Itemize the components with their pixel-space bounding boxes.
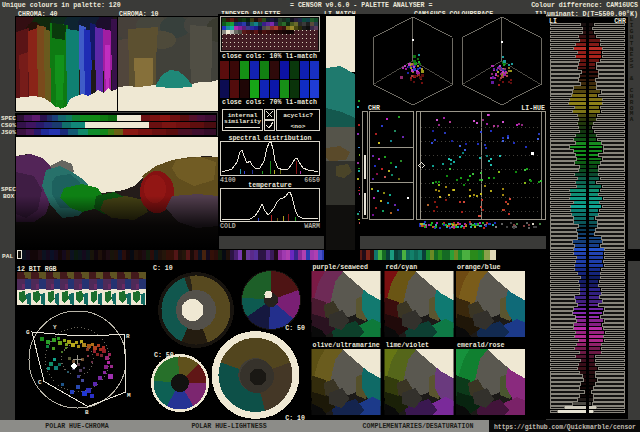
svg-text:C: C (38, 379, 42, 386)
svg-text:WARM: WARM (304, 223, 320, 230)
svg-text:JS0%: JS0% (1, 129, 16, 136)
svg-text:COMPLEMENTARIES/DESATURATION: COMPLEMENTARIES/DESATURATION (363, 423, 474, 430)
svg-text:acyclic?: acyclic? (283, 112, 313, 119)
svg-text:M: M (127, 392, 131, 399)
svg-text:LI-HUE: LI-HUE (521, 105, 545, 112)
svg-text:temperature: temperature (248, 182, 292, 189)
svg-text:B: B (85, 409, 89, 416)
svg-text:close cols: 10% li-match: close cols: 10% li-match (222, 53, 317, 60)
svg-text:CHR: CHR (368, 105, 380, 112)
svg-text:emerald/rose: emerald/rose (457, 342, 505, 349)
svg-text:6650: 6650 (304, 177, 320, 184)
svg-text:olive/ultramarine: olive/ultramarine (313, 342, 380, 349)
svg-text:red/cyan: red/cyan (386, 264, 418, 271)
svg-text:C: 10: C: 10 (153, 265, 173, 272)
svg-text:close cols: 70% li-match: close cols: 70% li-match (222, 99, 317, 106)
svg-text:4100: 4100 (220, 177, 236, 184)
svg-text:S: S (630, 63, 634, 70)
svg-text:SPEC: SPEC (1, 115, 16, 122)
svg-text:https://github.com/Quickmarble: https://github.com/Quickmarble/censor (494, 424, 636, 431)
svg-text:= CENSOR v0.6.0 - PALETTE ANAL: = CENSOR v0.6.0 - PALETTE ANALYSER = (290, 2, 432, 9)
svg-text:PAL: PAL (2, 253, 13, 260)
svg-text:lime/violet: lime/violet (386, 342, 430, 349)
svg-text:COLD: COLD (220, 223, 236, 230)
svg-text:Colour difference: CAM16UCS: Colour difference: CAM16UCS (531, 2, 638, 9)
svg-text:similarity: similarity (224, 118, 261, 125)
svg-text:POLAR HUE-LIGHTNESS: POLAR HUE-LIGHTNESS (191, 423, 266, 430)
svg-text:C: 50: C: 50 (285, 325, 305, 332)
svg-text:G: G (26, 329, 30, 336)
svg-text:purple/seaweed: purple/seaweed (313, 264, 368, 271)
svg-text:<no>: <no> (291, 123, 306, 130)
svg-text:orange/blue: orange/blue (457, 264, 501, 271)
svg-text:&: & (630, 75, 634, 82)
svg-text:BOX: BOX (3, 193, 14, 200)
svg-text:spectral distribution: spectral distribution (228, 135, 311, 142)
svg-text:R: R (126, 333, 130, 340)
svg-text:POLAR HUE-CHROMA: POLAR HUE-CHROMA (45, 423, 108, 430)
svg-text:Unique colours in palette: 120: Unique colours in palette: 120 (2, 2, 121, 9)
svg-text:Y: Y (53, 324, 57, 331)
svg-text:A: A (630, 116, 634, 123)
svg-text:12 BIT RGB: 12 BIT RGB (17, 266, 57, 273)
svg-text:CS0%: CS0% (1, 122, 16, 129)
svg-text:SPEC: SPEC (1, 186, 16, 193)
